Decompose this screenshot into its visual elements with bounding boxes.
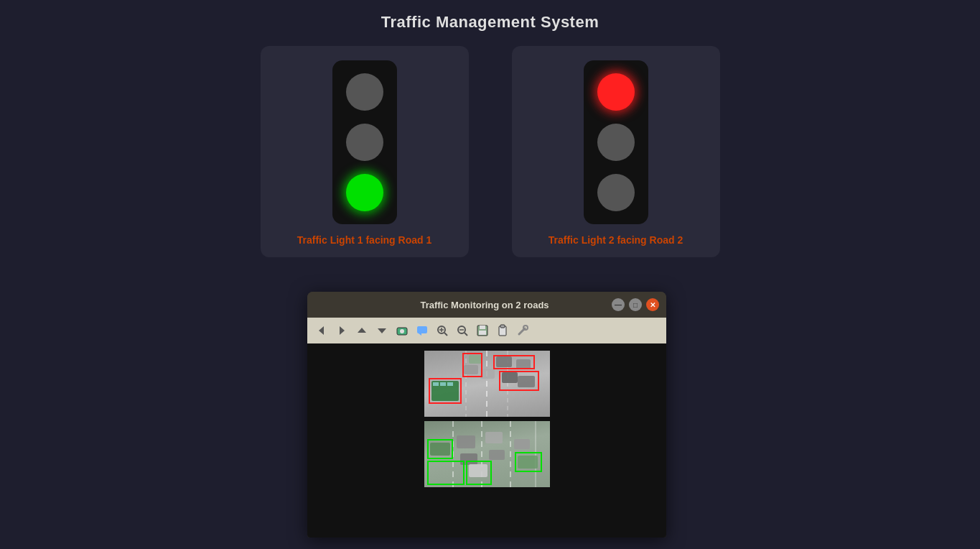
save-icon[interactable] — [474, 322, 491, 339]
svg-rect-31 — [502, 372, 518, 383]
camera-feed-2 — [424, 421, 550, 487]
svg-rect-19 — [500, 325, 505, 328]
svg-rect-43 — [485, 432, 503, 443]
red-light-2 — [597, 73, 635, 111]
svg-rect-35 — [480, 369, 495, 379]
traffic-light-label-2: Traffic Light 2 facing Road 2 — [549, 234, 683, 246]
monitor-window-title: Traffic Monitoring on 2 roads — [358, 300, 612, 310]
back-icon[interactable] — [313, 322, 330, 339]
yellow-light-1 — [346, 124, 383, 161]
green-light-2 — [597, 174, 635, 211]
close-button[interactable]: ✕ — [646, 298, 659, 311]
svg-rect-34 — [464, 365, 478, 374]
traffic-light-card-1: Traffic Light 1 facing Road 1 — [261, 46, 469, 257]
svg-rect-30 — [516, 359, 531, 369]
svg-rect-17 — [479, 331, 486, 335]
up-icon[interactable] — [353, 322, 370, 339]
monitor-toolbar — [307, 318, 666, 343]
red-light-1 — [346, 73, 383, 111]
svg-rect-46 — [518, 456, 538, 469]
svg-marker-3 — [378, 328, 386, 333]
svg-rect-44 — [489, 450, 505, 460]
svg-rect-33 — [469, 355, 482, 364]
traffic-lights-section: Traffic Light 1 facing Road 1 Traffic Li… — [0, 46, 980, 257]
traffic-light-label-1: Traffic Light 1 facing Road 1 — [297, 234, 431, 246]
svg-rect-27 — [440, 382, 446, 386]
zoom-out-icon[interactable] — [454, 322, 471, 339]
camera-icon[interactable] — [393, 322, 411, 339]
svg-marker-2 — [358, 328, 366, 333]
svg-rect-47 — [469, 464, 487, 477]
forward-icon[interactable] — [333, 322, 350, 339]
svg-rect-40 — [430, 443, 450, 456]
tool-icon[interactable] — [514, 322, 531, 339]
maximize-button[interactable]: □ — [629, 298, 642, 311]
svg-point-5 — [400, 329, 404, 333]
titlebar-controls: — □ ✕ — [612, 298, 659, 311]
monitor-window: Traffic Monitoring on 2 roads — □ ✕ — [307, 292, 666, 538]
svg-marker-1 — [340, 326, 345, 335]
traffic-light-housing-2 — [584, 60, 648, 224]
svg-marker-7 — [419, 333, 421, 336]
traffic-light-card-2: Traffic Light 2 facing Road 2 — [512, 46, 720, 257]
minimize-button[interactable]: — — [612, 298, 625, 311]
svg-rect-45 — [514, 439, 530, 449]
svg-line-13 — [465, 333, 467, 336]
clipboard-icon[interactable] — [494, 322, 511, 339]
svg-rect-41 — [457, 435, 475, 448]
svg-rect-28 — [447, 382, 453, 386]
monitor-titlebar: Traffic Monitoring on 2 roads — □ ✕ — [307, 292, 666, 318]
svg-line-9 — [444, 333, 447, 336]
monitor-content — [307, 343, 666, 538]
page-title: Traffic Management System — [0, 0, 980, 39]
svg-rect-32 — [518, 376, 535, 387]
yellow-light-2 — [597, 124, 635, 161]
svg-rect-29 — [496, 356, 512, 367]
svg-rect-42 — [460, 453, 477, 465]
svg-rect-16 — [480, 326, 485, 329]
zoom-in-icon[interactable] — [434, 322, 451, 339]
svg-marker-0 — [319, 326, 324, 335]
camera-feed-1 — [424, 351, 550, 417]
chat-icon[interactable] — [414, 322, 431, 339]
green-light-1 — [346, 174, 383, 211]
down-icon[interactable] — [373, 322, 391, 339]
traffic-light-housing-1 — [332, 60, 397, 224]
svg-rect-6 — [417, 326, 427, 333]
svg-rect-26 — [433, 382, 439, 386]
